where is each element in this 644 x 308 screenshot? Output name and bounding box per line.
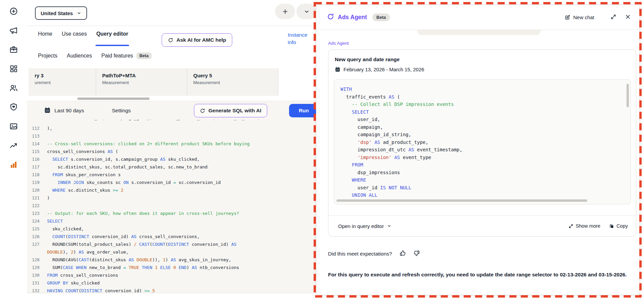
date-range-button[interactable]: Last 90 days bbox=[54, 108, 84, 114]
panel-code-line: campaign, bbox=[340, 123, 631, 131]
panel-title: Ads Agent bbox=[338, 14, 367, 21]
beta-badge: Beta bbox=[136, 52, 152, 59]
line-number: 115 bbox=[27, 148, 47, 155]
expand-panel-icon[interactable] bbox=[610, 14, 616, 21]
query-tab-3[interactable]: Query 5Measurement bbox=[187, 68, 278, 96]
sidebar-item-briefcase[interactable] bbox=[8, 45, 18, 55]
sidebar-item-line-chart[interactable] bbox=[8, 141, 18, 151]
nav-item-query-editor[interactable]: Query editor bbox=[96, 31, 128, 37]
query-tab-1[interactable]: ry 3urement bbox=[29, 68, 96, 96]
nav-item-home[interactable]: Home bbox=[38, 31, 52, 37]
expand-icon bbox=[568, 224, 573, 229]
ai-swirl-icon bbox=[200, 108, 205, 114]
nav-item-paid-features[interactable]: Paid featuresBeta bbox=[102, 52, 152, 59]
panel-code-line: dsp_impressions bbox=[340, 169, 631, 177]
run-button[interactable]: Run bbox=[289, 104, 319, 117]
generate-sql-button[interactable]: Generate SQL with AI bbox=[194, 104, 267, 117]
panel-code-line: traffic_events AS ( bbox=[340, 93, 631, 101]
query-editor-area: Last 90 days Settings Generate SQL with … bbox=[27, 101, 316, 293]
query-tab-2[interactable]: PathToP+MTAMeasurement bbox=[96, 68, 187, 96]
panel-code-line: SELECT bbox=[340, 108, 631, 116]
panel-code-line: 'dsp' AS ad_product_type, bbox=[340, 139, 631, 146]
line-chart-icon bbox=[9, 141, 18, 151]
code-line: 128 ROUND(AVG(CAST(distinct_skus AS DOUB… bbox=[27, 256, 316, 264]
chevron-down-icon bbox=[304, 8, 310, 15]
code-line: 127 ROUND(SUM(total_product_sales) / CAS… bbox=[27, 240, 316, 248]
ai-swirl-icon bbox=[168, 37, 173, 43]
thumbs-down-icon[interactable] bbox=[413, 250, 420, 258]
line-number: 126 bbox=[27, 233, 47, 240]
nav-item-projects[interactable]: Projects bbox=[38, 52, 57, 59]
bar-chart-icon bbox=[9, 160, 18, 170]
tab-title: Query 5 bbox=[193, 73, 278, 78]
code-line: 126 COUNT(DISTINCT conversion_id) AS cro… bbox=[27, 233, 316, 240]
sidebar-item-megaphone[interactable] bbox=[8, 26, 18, 36]
settings-button[interactable]: Settings bbox=[112, 108, 131, 114]
sidebar-item-add-circle[interactable] bbox=[8, 7, 18, 16]
calendar-icon bbox=[335, 67, 340, 72]
sidebar-item-image[interactable] bbox=[8, 122, 18, 131]
sql-editor[interactable]: s.conversion_id, s.campaign_group, sc.to… bbox=[27, 120, 316, 293]
line-number: 132 bbox=[27, 287, 47, 293]
code-line: 132HAVING COUNT(DISTINCT conversion_id) … bbox=[27, 287, 316, 293]
line-number: 114 bbox=[27, 140, 47, 148]
panel-code-line: WHERE bbox=[340, 176, 631, 184]
line-number: 112 bbox=[27, 124, 47, 132]
tab-overflow-button[interactable] bbox=[296, 4, 317, 19]
tabs-horizontal-scrollbar[interactable] bbox=[77, 98, 150, 100]
show-more-label: Show more bbox=[576, 223, 600, 229]
chevron-down-icon bbox=[387, 224, 392, 228]
nav-item-use-cases[interactable]: Use cases bbox=[62, 31, 87, 37]
new-chat-button[interactable]: New chat bbox=[562, 14, 596, 21]
calendar-icon bbox=[44, 107, 51, 114]
generate-sql-label: Generate SQL with AI bbox=[208, 108, 261, 114]
panel-code-line: -- Collect all DSP impression events bbox=[340, 101, 631, 108]
line-number: 118 bbox=[27, 171, 47, 179]
date-range-text: February 13, 2026 - March 15, 2026 bbox=[344, 67, 424, 72]
code-line: 125 sku_clicked, bbox=[27, 225, 316, 233]
panel-code-line: WITH bbox=[340, 85, 631, 93]
ads-agent-panel: Ads Agent Beta New chat Ads Agent New qu… bbox=[316, 5, 640, 295]
ask-ai-button[interactable]: Ask AI for AMC help bbox=[162, 33, 232, 47]
tab-subtitle: Measurement bbox=[102, 80, 187, 85]
copy-button[interactable]: Copy bbox=[609, 223, 628, 229]
show-more-button[interactable]: Show more bbox=[568, 223, 600, 229]
panel-code-line: user_id IS NOT NULL bbox=[340, 184, 631, 192]
sidebar-item-bar-chart[interactable] bbox=[8, 160, 18, 170]
code-line: 115cross_sell_conversions AS ( bbox=[27, 148, 316, 155]
code-line: 112), bbox=[27, 124, 316, 132]
app: United States HomeUse casesQuery editor … bbox=[0, 0, 644, 308]
line-number: 116 bbox=[27, 155, 47, 163]
panel-code-line: 'impression' AS event_type bbox=[340, 154, 631, 161]
panel-code-line: impression_dt_utc AS event_timestamp, bbox=[340, 146, 631, 154]
image-icon bbox=[9, 122, 18, 132]
sidebar-item-users[interactable] bbox=[8, 84, 18, 93]
chevron-down-icon bbox=[77, 11, 81, 15]
code-vertical-scrollbar[interactable] bbox=[627, 84, 629, 107]
add-circle-icon bbox=[9, 7, 18, 17]
feedback-prompt: Did this meet expectations? bbox=[328, 251, 392, 257]
card-footer: Open in query editor Show more Copy bbox=[328, 215, 636, 236]
code-horizontal-scrollbar[interactable] bbox=[336, 199, 587, 202]
nav-item-audiences[interactable]: Audiences bbox=[67, 52, 92, 59]
sidebar-item-dashboard-grid[interactable] bbox=[8, 65, 18, 74]
ads-agent-icon bbox=[327, 13, 334, 22]
open-in-query-editor-button[interactable]: Open in query editor bbox=[338, 223, 392, 229]
code-line: 123-- Output: for each SKU, how often do… bbox=[27, 209, 316, 217]
line-number: 122 bbox=[27, 202, 47, 209]
code-line: DOUBLE), 2) AS avg_order_value, bbox=[27, 248, 316, 256]
thumbs-up-icon[interactable] bbox=[399, 250, 406, 258]
tab-subtitle: urement bbox=[35, 80, 96, 85]
nav-item-label: Paid features bbox=[102, 53, 133, 59]
add-tab-button[interactable] bbox=[275, 4, 295, 19]
sidebar-item-shield-heart[interactable] bbox=[8, 103, 18, 112]
instance-info-link[interactable]: Instance info bbox=[288, 31, 316, 46]
line-number: 119 bbox=[27, 179, 47, 186]
line-number: 121 bbox=[27, 194, 47, 202]
code-line: 119 INNER JOIN sku_counts sc ON s.conver… bbox=[27, 179, 316, 186]
line-number: 131 bbox=[27, 279, 47, 287]
region-selector[interactable]: United States bbox=[35, 6, 87, 20]
open-in-query-editor-label: Open in query editor bbox=[338, 223, 384, 229]
sql-code-block[interactable]: WITH traffic_events AS ( -- Collect all … bbox=[334, 79, 631, 204]
close-panel-icon[interactable] bbox=[625, 14, 631, 21]
